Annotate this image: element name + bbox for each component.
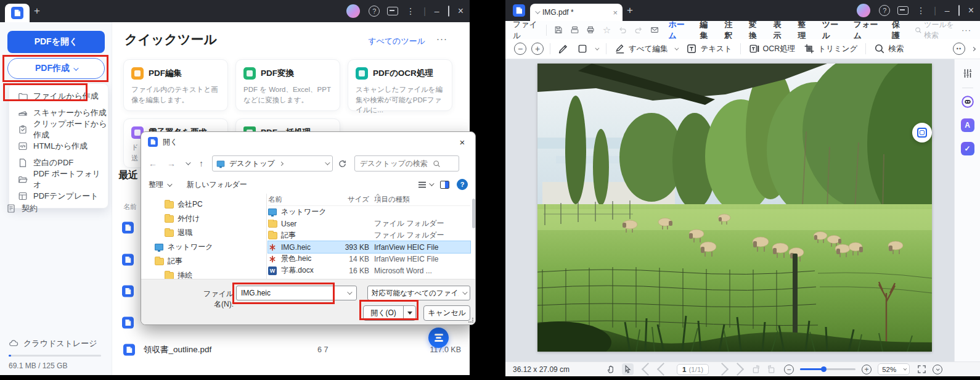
recent-locations-chevron-icon[interactable] <box>186 160 190 165</box>
rotate-right-icon[interactable] <box>766 365 775 374</box>
previous-page-icon[interactable] <box>657 363 670 376</box>
menu-item-pdf-portfolio[interactable]: PDF ポートフォリオ <box>9 171 108 188</box>
column-type[interactable]: 項目の種類 <box>374 195 470 204</box>
cloud-storage-item[interactable]: クラウドストレージ <box>9 338 97 349</box>
file-menu[interactable]: ファイル <box>513 19 540 41</box>
edit-all-button[interactable]: すべて編集 <box>615 43 677 54</box>
dialog-titlebar[interactable]: 開く × <box>141 132 475 152</box>
help-icon[interactable]: ? <box>369 6 380 17</box>
save-as-icon[interactable] <box>570 25 579 35</box>
breadcrumb-dropdown-icon[interactable] <box>325 160 330 165</box>
search-button[interactable]: 検索 <box>874 43 904 54</box>
close-button[interactable]: × <box>458 6 463 17</box>
card-pdf-convert[interactable]: PDF変換 PDF を Word、Excel、PPT などに変換します。 <box>235 59 340 111</box>
properties-sliders-icon[interactable] <box>962 68 973 79</box>
more-tools-icon[interactable]: ··· <box>436 33 447 44</box>
redo-icon[interactable] <box>634 25 643 35</box>
file-row[interactable]: User ファイル フォルダー <box>268 218 470 229</box>
dialog-search-input[interactable] <box>360 159 433 168</box>
ai-robot-icon[interactable] <box>961 95 974 109</box>
favorite-star-icon[interactable]: ☆ <box>603 25 611 36</box>
maximize-button[interactable] <box>958 6 960 15</box>
dialog-search-box[interactable] <box>354 155 459 171</box>
next-page-icon[interactable] <box>716 363 729 376</box>
file-row[interactable]: 景色.heic 14 KBIrfanView HEIC File <box>268 253 470 265</box>
menu-home[interactable]: ホーム <box>669 19 689 41</box>
close-button[interactable]: × <box>968 5 974 16</box>
new-tab-button[interactable]: + <box>34 5 40 17</box>
file-list-scrollbar[interactable] <box>472 199 475 228</box>
feedback-icon[interactable] <box>387 7 398 15</box>
menu-item-pdf-template[interactable]: PDFテンプレート <box>9 188 108 204</box>
menu-item-create-from-clipboard[interactable]: クリップボードから作成 <box>9 121 108 138</box>
search-icon[interactable] <box>915 26 922 35</box>
up-icon[interactable]: ↑ <box>199 159 203 168</box>
pdf-page-photo[interactable] <box>537 64 932 352</box>
filename-dropdown-icon[interactable] <box>347 289 352 294</box>
print-icon[interactable] <box>586 25 595 35</box>
column-size[interactable]: サイズ <box>338 195 374 204</box>
menu-item-create-from-file[interactable]: ファイルから作成 <box>9 88 108 104</box>
menu-edit[interactable]: 編集 <box>700 19 714 41</box>
kebab-menu-icon[interactable]: ⋮ <box>406 6 415 16</box>
last-page-icon[interactable] <box>731 363 744 376</box>
file-row[interactable]: W字幕.docx 16 KBMicrosoft Word ... <box>268 265 470 276</box>
open-pdf-button[interactable]: PDFを開く <box>7 31 105 53</box>
forward-icon[interactable]: → <box>167 159 176 168</box>
help-icon[interactable]: ? <box>457 179 468 190</box>
feedback-icon[interactable] <box>897 6 909 15</box>
minimize-button[interactable]: – <box>945 6 950 15</box>
crop-button[interactable]: トリミング <box>804 43 857 54</box>
dialog-close-button[interactable]: × <box>449 132 475 152</box>
maximize-button[interactable] <box>448 6 449 16</box>
collapse-statusbar-icon[interactable] <box>933 365 942 374</box>
zoom-out-icon[interactable]: − <box>514 43 526 55</box>
back-icon[interactable]: ← <box>149 159 157 168</box>
toolbar-more-button[interactable]: •• <box>953 43 975 55</box>
page-number-box[interactable]: 1 (1/1) <box>677 364 709 375</box>
undo-icon[interactable] <box>618 25 627 35</box>
rotate-left-icon[interactable] <box>752 365 761 374</box>
view-list-icon[interactable] <box>417 180 427 189</box>
pdf-file-icon[interactable] <box>122 284 134 298</box>
hand-tool-icon[interactable] <box>606 365 616 374</box>
avatar[interactable] <box>346 4 360 18</box>
minimize-button[interactable]: – <box>435 6 439 16</box>
resize-grip-icon[interactable] <box>468 318 473 323</box>
ai-assistant-button[interactable] <box>428 328 449 348</box>
menu-annotate[interactable]: 注釈 <box>724 19 738 41</box>
translate-icon[interactable]: A <box>961 118 974 132</box>
snapshot-floating-button[interactable] <box>912 123 932 142</box>
menu-tools[interactable]: ツール <box>822 19 843 41</box>
menu-view[interactable]: 表示 <box>774 19 787 41</box>
zoom-in-icon[interactable]: + <box>531 43 544 55</box>
menubar-more-icon[interactable]: ··· <box>962 25 971 35</box>
card-pdf-edit[interactable]: PDF編集 ファイル内のテキストと画像を編集します。 <box>123 59 228 111</box>
tab-list-chevron-icon[interactable] <box>535 9 540 14</box>
filename-combo[interactable] <box>236 286 357 300</box>
pdfelement-logo-icon[interactable] <box>513 4 525 17</box>
first-page-icon[interactable] <box>642 363 655 376</box>
card-pdf-ocr[interactable]: PDFのOCR処理 スキャンしたファイルを編集や検索が可能なPDFファイルに..… <box>348 59 452 111</box>
refresh-icon[interactable] <box>338 159 347 168</box>
new-folder-button[interactable]: 新しいフォルダー <box>187 180 247 190</box>
zoom-in-icon[interactable]: + <box>862 365 872 374</box>
shape-tool-button[interactable] <box>577 43 598 54</box>
breadcrumb[interactable]: デスクトップ <box>212 155 333 171</box>
tree-item[interactable]: ネットワーク <box>155 242 213 252</box>
file-row[interactable]: 記事 ファイル フォルダー <box>268 229 470 241</box>
menu-form[interactable]: フォーム <box>854 19 881 41</box>
pane-splitter[interactable] <box>266 194 267 280</box>
tree-item[interactable]: 外付け <box>165 213 200 224</box>
filename-input[interactable] <box>237 289 343 297</box>
menu-protect[interactable]: 保護 <box>892 19 905 41</box>
pdf-file-icon[interactable] <box>122 253 134 266</box>
menu-organize[interactable]: 整理 <box>798 19 811 41</box>
view-chevron-icon[interactable] <box>429 181 434 186</box>
recent-file-row[interactable]: 領収書_outline.pdf 6 7 117.0 KB <box>123 341 461 359</box>
home-tab[interactable] <box>5 4 30 22</box>
pdf-file-icon[interactable] <box>122 221 134 234</box>
file-row[interactable]: ネットワーク <box>268 206 470 218</box>
sidebar-item-contract[interactable]: 契約 <box>6 203 38 214</box>
filetype-combo[interactable]: 対応可能なすべてのファイル (*.* <box>367 286 470 300</box>
